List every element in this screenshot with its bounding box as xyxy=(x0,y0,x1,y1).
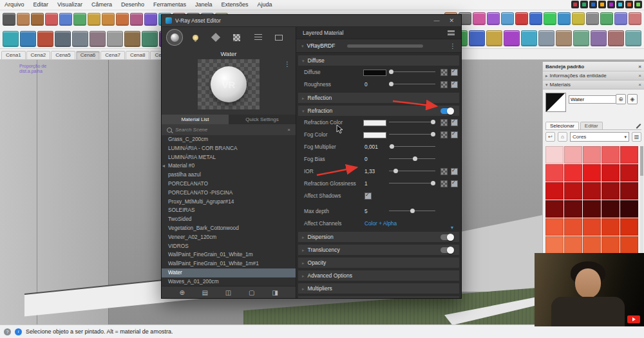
color-swatch[interactable] xyxy=(601,182,620,200)
ior-checkbox[interactable] xyxy=(451,168,458,175)
tab-selecionar[interactable]: Selecionar xyxy=(545,122,579,129)
plugin-shortcut-icon-1[interactable] xyxy=(571,1,579,8)
scene-tab-cena6[interactable]: Cena6 xyxy=(76,51,100,59)
right-view-icon[interactable] xyxy=(486,30,502,46)
plugin-shortcut-icon-6[interactable] xyxy=(616,1,624,8)
max-depth-slider[interactable] xyxy=(389,211,435,211)
select-tool-icon[interactable] xyxy=(3,13,15,26)
brdf-layer-row[interactable]: VRayBRDF xyxy=(296,39,461,53)
plugin-shortcut-icon-4[interactable] xyxy=(598,1,606,8)
material-list-item[interactable]: pastilha aazul xyxy=(162,171,296,180)
left-view-icon[interactable] xyxy=(521,30,537,46)
plugin-shortcut-icon-8[interactable] xyxy=(634,1,642,8)
material-list-item[interactable]: PORCELANATO xyxy=(162,180,296,189)
material-list-item[interactable]: Vegetation_Bark_Cottonwood xyxy=(162,224,296,233)
fog-color-swatch[interactable] xyxy=(363,132,386,138)
entity-info-header[interactable]: Informações da entidade xyxy=(543,71,644,80)
materials-header[interactable]: Materiais xyxy=(543,80,644,89)
zoom-tool-icon[interactable] xyxy=(586,12,599,25)
material-name-input[interactable] xyxy=(569,95,616,104)
component-icon[interactable] xyxy=(538,30,554,46)
section-multipliers[interactable]: Multipliers xyxy=(298,283,459,294)
close-tray-icon[interactable] xyxy=(638,64,641,70)
layer-opacity-slider[interactable] xyxy=(347,44,423,48)
color-swatch[interactable] xyxy=(601,164,620,182)
zoom-extents-tool-icon[interactable] xyxy=(600,12,613,25)
ior-texture-slot[interactable] xyxy=(440,168,448,175)
vray-render-icon[interactable] xyxy=(20,31,36,47)
front-view-icon[interactable] xyxy=(469,30,485,46)
arc-tool-icon[interactable] xyxy=(88,13,100,26)
vray-asset-editor-icon[interactable] xyxy=(3,31,19,47)
color-swatch[interactable] xyxy=(601,200,620,218)
two-point-arc-tool-icon[interactable] xyxy=(102,13,115,26)
color-swatch[interactable] xyxy=(583,146,601,164)
plugin-shortcut-icon-3[interactable] xyxy=(589,1,597,8)
section-advanced-options[interactable]: Advanced Options xyxy=(298,270,459,281)
roughness-value[interactable]: 0 xyxy=(365,81,368,88)
geometry-category-icon[interactable] xyxy=(208,30,223,45)
refraction-toggle[interactable] xyxy=(440,108,453,114)
scale-tool-icon[interactable] xyxy=(544,12,556,25)
color-swatch[interactable] xyxy=(545,200,564,218)
materials-category-icon[interactable] xyxy=(167,30,182,45)
scenes-icon[interactable] xyxy=(608,30,624,46)
plugin-shortcut-icon-5[interactable] xyxy=(607,1,615,8)
color-swatch[interactable] xyxy=(564,218,582,236)
scene-tab-cena2[interactable]: Cena2 xyxy=(26,51,51,59)
close-entity-info-icon[interactable] xyxy=(638,73,641,79)
next-view-tool-icon[interactable] xyxy=(629,12,641,25)
max-depth-value[interactable]: 5 xyxy=(365,208,368,214)
walk-tool-icon[interactable] xyxy=(124,31,140,47)
fog-color-slider[interactable] xyxy=(389,134,435,135)
model-info-icon[interactable] xyxy=(625,30,641,46)
menu-item-ferramentas[interactable]: Ferramentas xyxy=(149,0,191,10)
material-list-item[interactable]: WallPaint_FineGrain_01_White_1m#1 xyxy=(162,259,296,268)
ior-value[interactable]: 1,33 xyxy=(365,168,375,174)
fog-color-texture-slot[interactable] xyxy=(440,131,448,138)
menu-item-ajuda[interactable]: Ajuda xyxy=(253,0,277,10)
add-asset-icon[interactable]: ⊕ xyxy=(179,289,184,296)
color-swatch[interactable] xyxy=(583,164,601,182)
color-swatch[interactable] xyxy=(564,200,582,218)
import-asset-icon[interactable]: ▤ xyxy=(202,289,208,296)
color-swatch[interactable] xyxy=(601,236,620,254)
material-list-item[interactable]: Proxy_MtlMulti_Agrupar#14 xyxy=(162,198,296,207)
color-swatch[interactable] xyxy=(545,236,564,254)
tape-measure-tool-icon[interactable] xyxy=(144,13,157,26)
fog-bias-value[interactable]: 0 xyxy=(365,156,368,162)
vray-frame-buffer-icon[interactable] xyxy=(55,31,71,47)
roughness-texture-slot[interactable] xyxy=(440,81,448,88)
pie-tool-icon[interactable] xyxy=(116,13,129,26)
color-swatch[interactable] xyxy=(564,236,582,254)
menu-item-janela[interactable]: Janela xyxy=(191,0,217,10)
vray-override-icon[interactable] xyxy=(90,31,106,47)
collapse-panel-icon[interactable] xyxy=(162,163,165,169)
fog-multiplier-slider[interactable] xyxy=(389,146,435,147)
tray-scrollbar[interactable] xyxy=(640,146,643,254)
color-swatch[interactable] xyxy=(583,236,601,254)
rectangle-tool-icon[interactable] xyxy=(45,13,58,26)
color-swatch[interactable] xyxy=(620,236,638,254)
previous-view-tool-icon[interactable] xyxy=(614,12,627,25)
tab-quick-settings[interactable]: Quick Settings xyxy=(229,115,296,124)
lights-category-icon[interactable] xyxy=(187,30,203,45)
vray-interactive-render-icon[interactable] xyxy=(37,31,53,47)
info-icon[interactable] xyxy=(15,328,22,335)
color-swatch[interactable] xyxy=(583,218,601,236)
menu-item-câmera[interactable]: Câmera xyxy=(87,0,117,10)
scene-tab-cena5[interactable]: Cena5 xyxy=(51,51,75,59)
pan-tool-icon[interactable] xyxy=(572,12,585,25)
color-swatch[interactable] xyxy=(620,218,638,236)
roughness-checkbox[interactable] xyxy=(451,81,458,88)
fog-color-checkbox[interactable] xyxy=(451,131,458,138)
material-list-item[interactable]: LUMINÁRIA METAL xyxy=(162,153,296,162)
back-arrow-icon[interactable] xyxy=(545,132,555,142)
back-view-icon[interactable] xyxy=(504,30,520,46)
menu-item-extensões[interactable]: Extensões xyxy=(217,0,253,10)
palette-dropdown[interactable]: Cores xyxy=(570,132,629,142)
group-icon[interactable] xyxy=(556,30,572,46)
section-translucency[interactable]: Translucency xyxy=(298,245,459,255)
fog-multiplier-value[interactable]: 0,001 xyxy=(365,144,378,150)
diffuse-texture-slot[interactable] xyxy=(440,69,448,76)
